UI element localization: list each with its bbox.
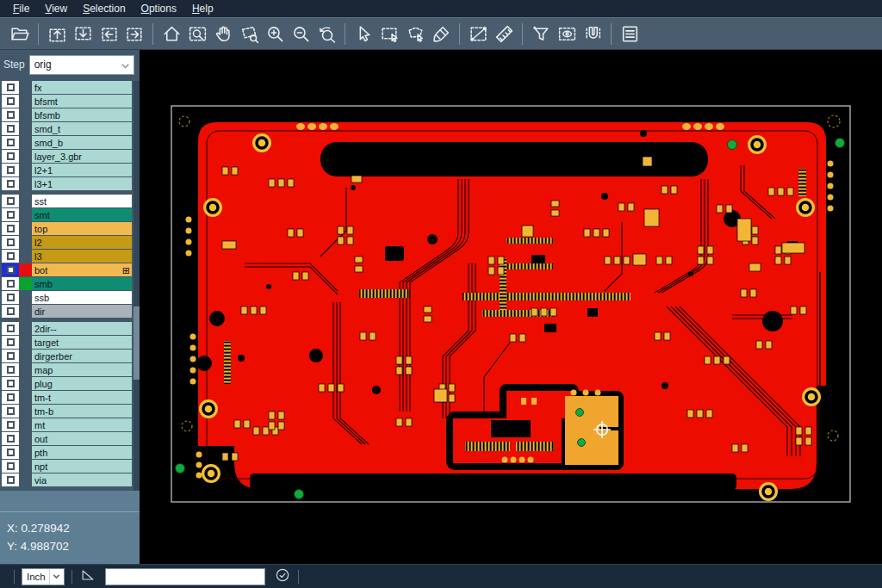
layer-checkbox[interactable] xyxy=(2,263,19,276)
layer-row-top[interactable]: top xyxy=(2,222,132,235)
pcb-canvas[interactable] xyxy=(140,50,882,564)
ruler-button[interactable] xyxy=(491,21,517,46)
layer-row-tm-b[interactable]: tm-b xyxy=(2,405,132,418)
clean-brush-button[interactable] xyxy=(428,21,454,46)
filter-button[interactable] xyxy=(528,21,554,46)
shift-left-button[interactable] xyxy=(96,21,121,46)
layer-checkbox[interactable] xyxy=(2,236,19,249)
corner-measure-icon[interactable] xyxy=(79,566,96,587)
layer-checkbox[interactable] xyxy=(2,250,19,263)
layer-checkbox[interactable] xyxy=(2,336,19,349)
layer-checkbox[interactable] xyxy=(2,277,19,290)
layer-checkbox[interactable] xyxy=(2,377,19,390)
layer-checkbox[interactable] xyxy=(2,460,19,473)
measure-distance-button[interactable] xyxy=(465,21,491,46)
menu-selection[interactable]: Selection xyxy=(75,1,133,16)
layer-row-l2p1[interactable]: l2+1 xyxy=(2,164,132,176)
layer-row-ssb[interactable]: ssb xyxy=(2,291,132,304)
zoom-out-button[interactable] xyxy=(288,21,314,46)
layer-checkbox[interactable] xyxy=(2,108,19,121)
layer-row-map[interactable]: map xyxy=(2,363,132,376)
layer-row-target[interactable]: target xyxy=(2,336,132,349)
layer-row-plug[interactable]: plug xyxy=(2,377,132,390)
command-input[interactable] xyxy=(105,568,265,585)
layer-row-out[interactable]: out xyxy=(2,432,132,445)
zoom-previous-button[interactable] xyxy=(314,21,339,46)
layer-checkbox[interactable] xyxy=(2,164,19,176)
layer-checkbox[interactable] xyxy=(2,95,19,108)
home-view-button[interactable] xyxy=(158,21,184,46)
zoom-object-button[interactable] xyxy=(236,21,262,46)
layer-row-bot[interactable]: bot⊞ xyxy=(2,263,132,276)
layer-checkbox[interactable] xyxy=(2,195,19,207)
layer-checkbox[interactable] xyxy=(2,222,19,235)
layer-checkbox[interactable] xyxy=(2,432,19,445)
layer-checkbox[interactable] xyxy=(2,177,19,190)
layer-row-bfsmt[interactable]: bfsmt xyxy=(2,95,132,108)
layer-checkbox[interactable] xyxy=(2,446,19,459)
layer-row-pth[interactable]: pth xyxy=(2,446,132,459)
view-box-button[interactable] xyxy=(554,21,580,46)
zoom-in-button[interactable] xyxy=(262,21,288,46)
select-rect-button[interactable] xyxy=(376,21,402,46)
layer-checkbox[interactable] xyxy=(2,418,19,431)
layer-checkbox[interactable] xyxy=(2,208,19,221)
pan-hand-button[interactable] xyxy=(210,21,236,46)
grid-icon[interactable]: ⊞ xyxy=(122,266,130,275)
layer-row-mt[interactable]: mt xyxy=(2,418,132,431)
layer-checkbox[interactable] xyxy=(2,322,19,335)
layer-checkbox[interactable] xyxy=(2,136,19,149)
layer-checkbox[interactable] xyxy=(2,150,19,163)
layer-row-npt[interactable]: npt xyxy=(2,460,132,473)
menu-help[interactable]: Help xyxy=(184,1,221,16)
select-polygon-button[interactable] xyxy=(402,21,428,46)
layer-color-swatch xyxy=(19,432,32,445)
apply-icon[interactable] xyxy=(274,566,291,587)
layer-color-swatch xyxy=(19,195,32,207)
layer-checkbox[interactable] xyxy=(2,81,19,94)
layer-checkbox[interactable] xyxy=(2,405,19,418)
zoom-window-button[interactable] xyxy=(184,21,210,46)
scrollbar-thumb[interactable] xyxy=(134,306,140,381)
layer-checkbox[interactable] xyxy=(2,350,19,362)
layer-row-smd_b[interactable]: smd_b xyxy=(2,136,132,149)
layer-row-l3[interactable]: l3 xyxy=(2,250,132,263)
layer-row-layer_3[interactable]: layer_3.gbr xyxy=(2,150,132,163)
step-select[interactable]: orig xyxy=(29,55,134,75)
unit-select[interactable]: Inch xyxy=(22,568,65,585)
layer-checkbox[interactable] xyxy=(2,122,19,135)
report-button[interactable] xyxy=(617,21,643,46)
layer-row-sst[interactable]: sst xyxy=(2,195,132,207)
layer-row-fx[interactable]: fx xyxy=(2,81,132,94)
toolbar-separator xyxy=(38,23,39,45)
layer-checkbox[interactable] xyxy=(2,391,19,404)
shift-up-button[interactable] xyxy=(44,21,70,46)
shift-right-button[interactable] xyxy=(121,21,147,46)
menu-options[interactable]: Options xyxy=(134,1,184,16)
shift-down-button[interactable] xyxy=(70,21,96,46)
layer-checkbox[interactable] xyxy=(2,363,19,376)
layer-row-l2[interactable]: l2 xyxy=(2,236,132,249)
layer-row-smb[interactable]: smb xyxy=(2,277,132,290)
layer-row-l3p1[interactable]: l3+1 xyxy=(2,177,132,190)
menu-file[interactable]: File xyxy=(5,1,37,16)
layer-checkbox[interactable] xyxy=(2,291,19,304)
layer-row-via[interactable]: via xyxy=(2,473,132,486)
layer-row-dir[interactable]: dir xyxy=(2,305,132,318)
layer-row-bfsmb[interactable]: bfsmb xyxy=(2,108,132,121)
select-pointer-button[interactable] xyxy=(351,21,376,46)
layer-checkbox[interactable] xyxy=(2,473,19,486)
open-button[interactable] xyxy=(7,21,33,46)
layer-row-smd_t[interactable]: smd_t xyxy=(2,122,132,135)
layer-color-swatch xyxy=(19,363,32,376)
layer-checkbox[interactable] xyxy=(2,305,19,318)
layer-color-swatch xyxy=(19,150,32,163)
layer-row-smt[interactable]: smt xyxy=(2,208,132,221)
snap-button[interactable] xyxy=(580,21,606,46)
chevron-down-icon xyxy=(49,569,64,585)
layer-row-tm-t[interactable]: tm-t xyxy=(2,391,132,404)
layer-row-2dir[interactable]: 2dir-- xyxy=(2,322,132,335)
layer-row-dirgerber[interactable]: dirgerber xyxy=(2,350,132,362)
menu-view[interactable]: View xyxy=(37,1,75,16)
sidebar-scrollbar[interactable] xyxy=(134,81,140,491)
